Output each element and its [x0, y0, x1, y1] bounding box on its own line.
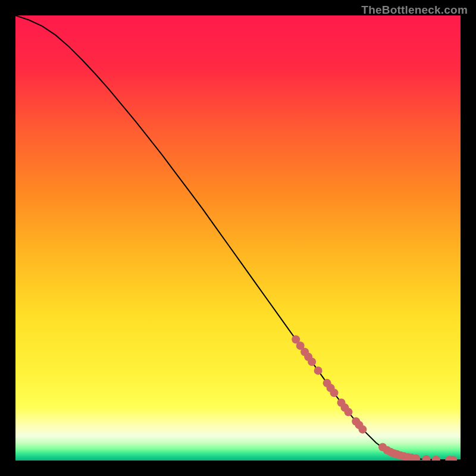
data-point — [330, 389, 339, 397]
data-point — [314, 367, 322, 375]
data-point — [308, 358, 316, 366]
data-point — [358, 425, 367, 434]
watermark-text: TheBottleneck.com — [361, 4, 468, 17]
data-point — [345, 408, 353, 416]
gradient-background — [15, 15, 461, 461]
chart-svg — [15, 15, 461, 461]
plot-area — [15, 15, 461, 461]
chart-stage: TheBottleneck.com — [0, 0, 476, 476]
